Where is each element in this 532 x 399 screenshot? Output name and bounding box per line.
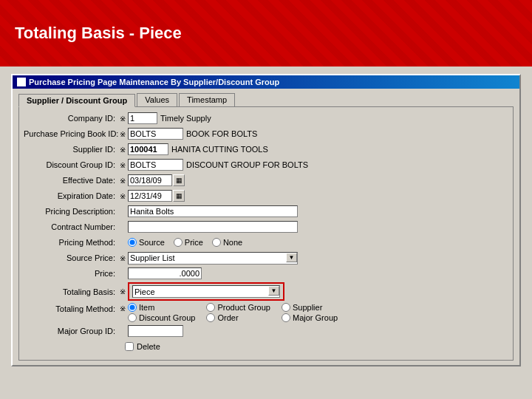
major-group-id-label: Major Group ID: [24, 327, 120, 335]
pricing-description-row: Pricing Description: ※ [24, 205, 508, 218]
delete-label: Delete [137, 342, 160, 351]
company-id-required: ※ [120, 115, 126, 123]
totaling-method-supplier[interactable]: Supplier [282, 303, 338, 312]
dialog-icon [17, 78, 26, 86]
supplier-id-required: ※ [120, 146, 126, 154]
pricing-description-label: Pricing Description: [24, 207, 120, 216]
dialog-window: Purchase Pricing Page Maintenance By Sup… [11, 74, 521, 366]
expiration-date-input[interactable] [128, 190, 172, 202]
pricing-method-source-label: Source [139, 238, 165, 247]
pricing-method-source-radio[interactable] [128, 238, 137, 247]
company-id-row: Company ID: ※ Timely Supply [24, 112, 508, 125]
pricing-method-row: Pricing Method: ※ Source Price [24, 236, 508, 249]
pricing-method-radio-group: Source Price None [128, 238, 242, 247]
tab-values[interactable]: Values [137, 93, 177, 106]
pricing-method-source[interactable]: Source [128, 238, 165, 247]
expiration-date-row: Expiration Date: ※ ▦ [24, 189, 508, 202]
dialog-body: Supplier / Discount Group Values Timesta… [13, 89, 519, 365]
company-id-label: Company ID: [24, 114, 120, 123]
supplier-id-row: Supplier ID: ※ HANITA CUTTING TOOLS [24, 143, 508, 156]
expiration-date-label: Expiration Date: [24, 191, 120, 200]
effective-date-input[interactable] [128, 174, 172, 186]
tab-timestamp[interactable]: Timestamp [179, 93, 235, 106]
supplier-id-input[interactable] [128, 143, 168, 155]
pricing-method-price-radio[interactable] [174, 238, 183, 247]
totaling-basis-highlight: Piece Weight Volume ▼ [128, 282, 284, 301]
discount-group-input[interactable] [128, 159, 183, 171]
totaling-method-item[interactable]: Item [128, 303, 195, 312]
totaling-method-product-group[interactable]: Product Group [206, 303, 270, 312]
pricing-book-required: ※ [120, 130, 126, 138]
totaling-method-supplier-radio[interactable] [282, 303, 290, 312]
pricing-book-input[interactable] [128, 128, 183, 140]
discount-group-row: Discount Group ID: ※ DISCOUNT GROUP FOR … [24, 158, 508, 171]
tab-supplier-discount-group[interactable]: Supplier / Discount Group [18, 94, 135, 107]
expiration-date-calendar-button[interactable]: ▦ [173, 190, 185, 202]
totaling-basis-dropdown[interactable]: Piece Weight Volume [132, 285, 280, 298]
contract-number-row: Contract Number: ※ [24, 220, 508, 233]
pricing-method-none-label: None [223, 238, 242, 247]
totaling-method-row: Totaling Method: ※ Item Product Group [24, 303, 508, 322]
source-price-dropdown-wrapper: Supplier List Standard Cost Average Cost… [128, 252, 298, 265]
expiration-date-required: ※ [120, 192, 126, 200]
totaling-method-product-group-radio[interactable] [206, 303, 215, 312]
pricing-description-input[interactable] [128, 205, 298, 217]
totaling-method-order-label: Order [217, 313, 238, 322]
pricing-book-label: Purchase Pricing Book ID: [24, 129, 120, 138]
totaling-method-supplier-label: Supplier [293, 303, 322, 312]
totaling-method-label: Totaling Method: [24, 303, 120, 313]
contract-number-label: Contract Number: [24, 222, 120, 231]
totaling-method-order-radio[interactable] [206, 313, 215, 322]
delete-checkbox-label[interactable]: Delete [125, 342, 160, 351]
page-title: Totaling Basis - Piece [15, 24, 182, 43]
pricing-method-price-label: Price [185, 238, 203, 247]
tab-bar: Supplier / Discount Group Values Timesta… [18, 93, 514, 106]
pricing-method-label: Pricing Method: [24, 238, 120, 247]
company-id-input[interactable] [128, 112, 157, 124]
totaling-method-order[interactable]: Order [206, 313, 270, 322]
pricing-method-none-radio[interactable] [212, 238, 221, 247]
pricing-book-row: Purchase Pricing Book ID: ※ BOOK FOR BOL… [24, 127, 508, 140]
totaling-method-discount-group-radio[interactable] [128, 313, 137, 322]
supplier-id-label: Supplier ID: [24, 145, 120, 154]
source-price-required: ※ [120, 254, 126, 262]
totaling-method-grid: Item Product Group Supplier Discoun [128, 303, 338, 322]
totaling-method-major-group[interactable]: Major Group [282, 313, 338, 322]
totaling-basis-required: ※ [120, 287, 126, 296]
totaling-method-product-group-label: Product Group [217, 303, 270, 312]
contract-number-input[interactable] [128, 221, 298, 233]
totaling-method-item-radio[interactable] [128, 303, 137, 312]
source-price-dropdown[interactable]: Supplier List Standard Cost Average Cost [128, 252, 298, 265]
price-row: Price: ※ [24, 267, 508, 280]
totaling-method-item-label: Item [139, 303, 154, 312]
dialog-titlebar: Purchase Pricing Page Maintenance By Sup… [13, 75, 519, 89]
price-input[interactable] [128, 267, 202, 279]
totaling-method-discount-group[interactable]: Discount Group [128, 313, 195, 322]
totaling-basis-row: Totaling Basis: ※ Piece Weight Volume ▼ [24, 282, 508, 301]
pricing-method-none[interactable]: None [212, 238, 242, 247]
delete-row: Delete [125, 340, 508, 353]
main-content: Purchase Pricing Page Maintenance By Sup… [0, 66, 532, 399]
dialog-title: Purchase Pricing Page Maintenance By Sup… [29, 78, 279, 86]
delete-checkbox[interactable] [125, 342, 134, 351]
source-price-label: Source Price: [24, 253, 120, 262]
totaling-basis-label: Totaling Basis: [24, 287, 120, 296]
discount-group-label: Discount Group ID: [24, 160, 120, 169]
totaling-basis-dropdown-wrapper: Piece Weight Volume ▼ [132, 285, 280, 298]
effective-date-label: Effective Date: [24, 176, 120, 185]
effective-date-required: ※ [120, 177, 126, 185]
price-label: Price: [24, 269, 120, 278]
supplier-id-desc: HANITA CUTTING TOOLS [171, 145, 268, 154]
page-header: Totaling Basis - Piece [0, 0, 532, 66]
source-price-row: Source Price: ※ Supplier List Standard C… [24, 251, 508, 265]
totaling-method-major-group-radio[interactable] [282, 313, 290, 322]
totaling-method-major-group-label: Major Group [293, 313, 338, 322]
pricing-method-price[interactable]: Price [174, 238, 203, 247]
major-group-id-input[interactable] [128, 325, 183, 337]
effective-date-calendar-button[interactable]: ▦ [173, 174, 185, 186]
discount-group-desc: DISCOUNT GROUP FOR BOLTS [186, 160, 308, 169]
tab-content: Company ID: ※ Timely Supply Purchase Pri… [18, 106, 514, 361]
totaling-method-required: ※ [120, 303, 126, 313]
effective-date-row: Effective Date: ※ ▦ [24, 174, 508, 187]
major-group-id-row: Major Group ID: ※ [24, 324, 508, 338]
